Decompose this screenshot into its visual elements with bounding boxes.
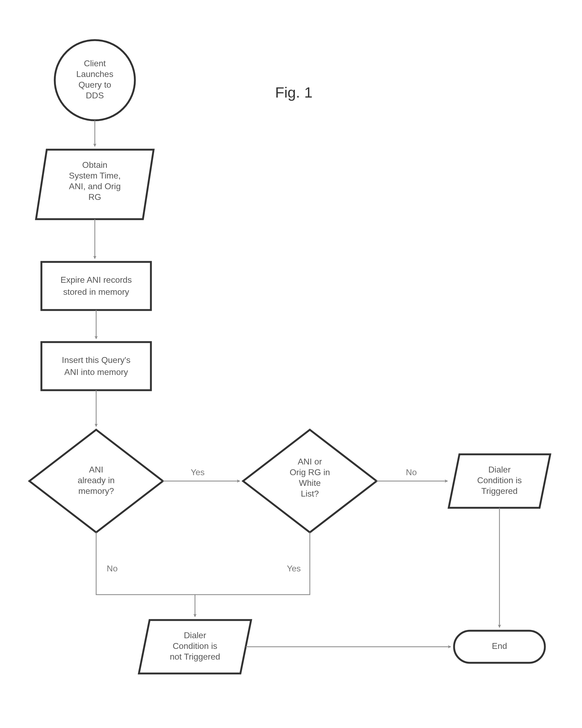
svg-text:Obtain: Obtain	[82, 160, 107, 170]
svg-text:List?: List?	[301, 489, 319, 498]
label-dec1-no: No	[107, 564, 118, 573]
svg-text:Condition is: Condition is	[172, 641, 217, 651]
svg-text:already in: already in	[78, 475, 115, 485]
svg-text:Query to: Query to	[79, 80, 111, 89]
svg-text:System Time,: System Time,	[69, 171, 121, 180]
svg-text:DDS: DDS	[86, 90, 104, 100]
svg-text:Dialer: Dialer	[488, 465, 511, 474]
figure-title: Fig. 1	[275, 84, 312, 101]
svg-rect-13	[41, 342, 151, 390]
svg-text:ANI into memory: ANI into memory	[64, 367, 128, 377]
svg-text:Launches: Launches	[76, 69, 113, 79]
svg-text:RG: RG	[88, 192, 101, 202]
svg-text:Expire ANI records: Expire ANI records	[61, 275, 132, 285]
node-end: End	[454, 631, 545, 663]
svg-text:White: White	[299, 478, 321, 488]
svg-text:Triggered: Triggered	[481, 486, 518, 496]
svg-text:memory?: memory?	[78, 486, 114, 496]
node-not-triggered: Dialer Condition is not Triggered	[139, 620, 251, 674]
node-triggered: Dialer Condition is Triggered	[449, 454, 550, 508]
svg-text:Condition is: Condition is	[477, 475, 522, 485]
node-insert: Insert this Query's ANI into memory	[41, 342, 151, 390]
svg-text:Dialer: Dialer	[184, 630, 206, 640]
svg-text:End: End	[492, 641, 507, 651]
svg-text:not Triggered: not Triggered	[170, 652, 220, 661]
node-start: Client Launches Query to DDS	[55, 40, 135, 120]
node-decision-whitelist: ANI or Orig RG in White List?	[243, 430, 377, 532]
svg-text:ANI, and Orig: ANI, and Orig	[69, 181, 121, 191]
node-obtain: Obtain System Time, ANI, and Orig RG	[36, 150, 154, 219]
node-decision-memory: ANI already in memory?	[29, 430, 163, 532]
label-dec1-yes: Yes	[191, 467, 204, 477]
label-dec2-no: No	[406, 467, 417, 477]
svg-text:Orig RG in: Orig RG in	[289, 467, 330, 477]
svg-rect-10	[41, 262, 151, 310]
flowchart: Fig. 1 Client Launches Query to DDS Obta…	[0, 0, 582, 728]
label-dec2-yes: Yes	[287, 564, 301, 573]
svg-text:ANI or: ANI or	[298, 457, 322, 466]
svg-text:stored in memory: stored in memory	[63, 287, 129, 297]
svg-text:Client: Client	[84, 58, 106, 68]
svg-text:ANI: ANI	[89, 465, 103, 474]
edge-dec1-no	[96, 532, 195, 617]
svg-text:Insert this Query's: Insert this Query's	[62, 355, 131, 365]
node-expire: Expire ANI records stored in memory	[41, 262, 151, 310]
